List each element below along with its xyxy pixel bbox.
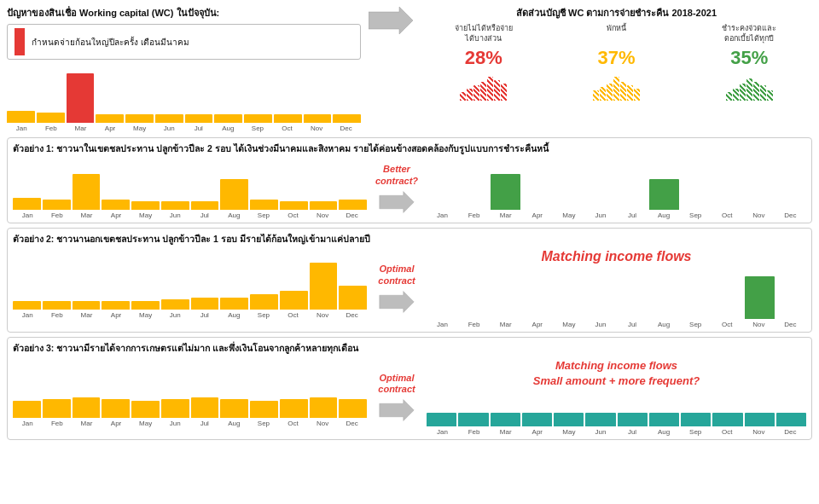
ex1-arrow-icon <box>379 190 415 214</box>
ex3-arrow-area: Optimalcontract <box>367 373 427 422</box>
top-section: ปัญหาของสินเชื่อ Working capital (WC) ใน… <box>7 5 812 132</box>
svg-marker-0 <box>369 7 413 34</box>
top-arrow-area <box>361 5 421 36</box>
ex2-x-axis: Jan Feb Mar Apr May Jun Jul Aug Sep Oct … <box>13 311 367 319</box>
ex1-bar-chart <box>13 159 367 210</box>
wc-problem-chart-area: ปัญหาของสินเชื่อ Working capital (WC) ใน… <box>7 5 361 132</box>
ex3-matching-label: Matching income flowsSmall amount + more… <box>533 358 700 389</box>
ex1-x-axis: Jan Feb Mar Apr May Jun Jul Aug Sep Oct … <box>13 211 367 219</box>
right-arrow-icon <box>369 5 413 36</box>
ex2-arrow-icon <box>379 290 415 314</box>
example-1-section: ตัวอย่าง 1: ชาวนาในเขตชลประทาน ปลูกข้าวป… <box>7 137 812 223</box>
stat-pct-3: 35% <box>686 48 812 68</box>
bar-oct <box>274 114 302 123</box>
svg-marker-1 <box>380 191 414 212</box>
ex3-bar-chart <box>13 367 367 418</box>
bar-nov <box>304 114 332 123</box>
svg-marker-2 <box>380 291 414 312</box>
ex3-left-chart: Jan Feb Mar Apr May Jun Jul Aug Sep Oct … <box>13 367 367 427</box>
ex2-right-bar-chart <box>427 268 806 319</box>
ex2-bar-chart <box>13 258 367 310</box>
example-2-title: ตัวอย่าง 2: ชาวนานอกเขตชลประทาน ปลูกข้าว… <box>13 232 806 246</box>
stat-box-3: ชำระคงจ่วดและดอกเบี้ยได้ทุกปี 35% <box>686 24 812 101</box>
ex3-arrow-icon <box>379 398 415 422</box>
svg-marker-3 <box>380 399 414 420</box>
stats-row: จ่ายไม่ได้หรือจ่ายได้บางส่วน 28% <box>421 24 812 101</box>
wc-problem-title: ปัญหาของสินเชื่อ Working capital (WC) ใน… <box>7 5 361 20</box>
x-axis-labels-top: Jan Feb Mar Apr May Jun Jul Aug Sep Oct … <box>7 125 361 132</box>
bar-jan <box>7 111 35 123</box>
example-3-title: ตัวอย่าง 3: ชาวนามีรายได้จากการเกษตรแต่ไ… <box>13 341 806 356</box>
bar-sep <box>244 114 272 123</box>
stat-box-2: พักหนี้ 37% <box>554 24 680 101</box>
example-2-row: Jan Feb Mar Apr May Jun Jul Aug Sep Oct … <box>13 249 806 328</box>
stat-label-3: ชำระคงจ่วดและดอกเบี้ยได้ทุกปี <box>686 24 812 48</box>
bar-jun <box>155 114 183 123</box>
legend-text: กำหนดจ่ายก้อนใหญ่ปีละครั้ง เดือนมีนาคม <box>32 36 189 49</box>
example-3-row: Jan Feb Mar Apr May Jun Jul Aug Sep Oct … <box>13 358 806 436</box>
stat-pct-2: 37% <box>554 48 680 68</box>
stat-label-2: พักหนี้ <box>554 24 680 48</box>
legend-box: กำหนดจ่ายก้อนใหญ่ปีละครั้ง เดือนมีนาคม <box>7 24 361 60</box>
bar-apr <box>96 114 124 123</box>
bar-aug <box>214 114 242 123</box>
top-right-area: สัดส่วนบัญชี WC ตามการจ่ายชำระคืน 2018-2… <box>421 5 812 101</box>
wc-bar-chart <box>7 63 361 123</box>
bar-dec <box>333 114 361 123</box>
ex2-right: Matching income flows <box>427 249 806 328</box>
example-3-section: ตัวอย่าง 3: ชาวนามีรายได้จากการเกษตรแต่ไ… <box>7 337 812 440</box>
bar-feb <box>37 113 65 123</box>
stat-box-1: จ่ายไม่ได้หรือจ่ายได้บางส่วน 28% <box>421 24 547 101</box>
ex3-x-axis: Jan Feb Mar Apr May Jun Jul Aug Sep Oct … <box>13 420 367 427</box>
ex2-contract-label: Optimalcontract <box>378 264 415 286</box>
bar-mar <box>67 73 95 123</box>
ex3-right: Matching income flowsSmall amount + more… <box>427 358 806 436</box>
example-1-title: ตัวอย่าง 1: ชาวนาในเขตชลประทาน ปลูกข้าวป… <box>13 142 806 156</box>
stat-mini-chart-1 <box>421 70 547 101</box>
ex2-left-chart: Jan Feb Mar Apr May Jun Jul Aug Sep Oct … <box>13 258 367 319</box>
example-2-section: ตัวอย่าง 2: ชาวนานอกเขตชลประทาน ปลูกข้าว… <box>7 228 812 333</box>
ex3-contract-label: Optimalcontract <box>378 373 415 395</box>
stat-pct-1: 28% <box>421 48 547 68</box>
ex1-right-chart-wrap: Jan Feb Mar Apr May Jun Jul Aug Sep Oct … <box>427 159 806 219</box>
bar-jul <box>185 114 213 123</box>
page: ปัญหาของสินเชื่อ Working capital (WC) ใน… <box>0 0 819 449</box>
stat-mini-chart-2 <box>554 70 680 101</box>
ex1-right-x-axis: Jan Feb Mar Apr May Jun Jul Aug Sep Oct … <box>427 211 806 219</box>
ex2-arrow-area: Optimalcontract <box>367 264 427 313</box>
ex1-arrow-area: Bettercontract? <box>367 164 427 213</box>
stat-label-1: จ่ายไม่ได้หรือจ่ายได้บางส่วน <box>421 24 547 48</box>
ex2-matching-label: Matching income flows <box>541 249 691 264</box>
stats-header: สัดส่วนบัญชี WC ตามการจ่ายชำระคืน 2018-2… <box>421 5 812 20</box>
ex1-right-bar-chart <box>427 159 806 210</box>
ex1-right-chart: Jan Feb Mar Apr May Jun Jul Aug Sep Oct … <box>427 159 806 219</box>
bar-may <box>125 114 154 123</box>
example-1-row: Jan Feb Mar Apr May Jun Jul Aug Sep Oct … <box>13 159 806 219</box>
ex1-left-chart: Jan Feb Mar Apr May Jun Jul Aug Sep Oct … <box>13 159 367 219</box>
ex2-right-x-axis: Jan Feb Mar Apr May Jun Jul Aug Sep Oct … <box>427 321 806 328</box>
ex2-right-chart-wrap: Jan Feb Mar Apr May Jun Jul Aug Sep Oct … <box>427 268 806 328</box>
stat-mini-chart-3 <box>686 70 812 101</box>
legend-bar-red <box>15 28 25 55</box>
ex1-contract-label: Bettercontract? <box>375 164 418 186</box>
ex3-right-x-axis: Jan Feb Mar Apr May Jun Jul Aug Sep Oct … <box>427 428 806 436</box>
ex3-right-chart-wrap: Jan Feb Mar Apr May Jun Jul Aug Sep Oct … <box>427 392 806 436</box>
ex3-right-bar-chart <box>427 392 806 426</box>
